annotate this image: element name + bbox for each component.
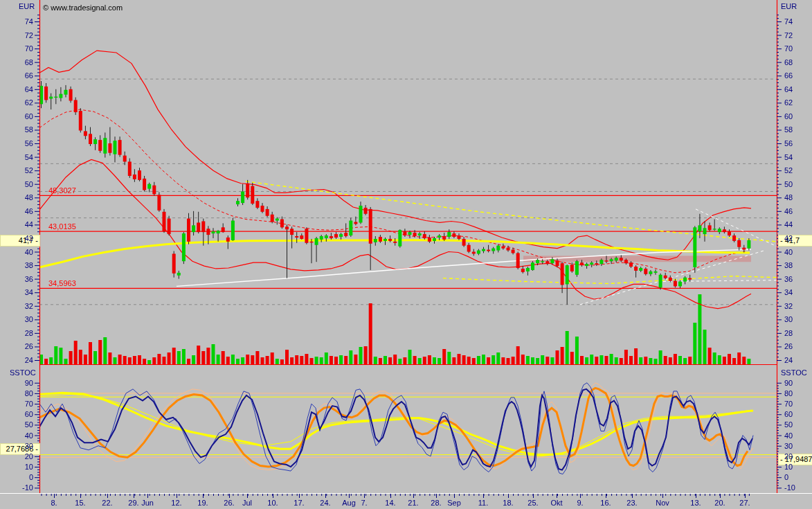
price-tick-label-left: 60 — [0, 112, 33, 120]
sstoc-tick-label-right: 90 — [784, 379, 793, 387]
date-tick-label: 7. — [356, 499, 372, 507]
price-tick-label-right: 36 — [784, 275, 793, 283]
date-tick-label: 10. — [264, 499, 281, 507]
date-tick-label: 28. — [428, 499, 444, 507]
price-tick-label-right: 32 — [784, 302, 793, 310]
sstoc-tick-label-right: 10 — [784, 463, 793, 471]
date-tick-label: 24. — [317, 499, 334, 507]
sstoc-tick-label-right: 70 — [784, 400, 793, 408]
price-tick-label-left: 34 — [0, 288, 33, 296]
price-tick-label-left: 32 — [0, 302, 33, 310]
price-tick-label-left: 62 — [0, 98, 33, 107]
price-tick-label-left: 70 — [0, 44, 33, 53]
price-tick-label-right: 26 — [784, 342, 793, 350]
price-tick-label-right: 64 — [784, 85, 793, 93]
date-tick-label: Sep — [446, 499, 462, 507]
hline-label-1: 48,3027 — [48, 186, 76, 195]
date-tick-label: 18. — [500, 499, 516, 507]
sstoc-tick-label-left: 40 — [0, 431, 33, 440]
chart-canvas[interactable] — [0, 0, 812, 509]
price-tick-label-left: 26 — [0, 342, 33, 350]
sstoc-label-right: SSTOC — [781, 368, 807, 377]
date-tick-label: Nov — [654, 499, 671, 507]
price-tick-label-left: 46 — [0, 207, 33, 215]
price-tick-label-left: 56 — [0, 139, 33, 148]
price-tick-label-left: 30 — [0, 315, 33, 323]
sstoc-tick-label-right: 50 — [784, 420, 793, 429]
date-tick-label: 16. — [597, 499, 614, 507]
price-tick-label-right: 52 — [784, 166, 793, 175]
price-tick-label-right: 46 — [784, 207, 793, 215]
price-tick-label-right: 30 — [784, 315, 793, 323]
price-tick-label-right: 44 — [784, 220, 793, 229]
price-tick-label-right: 48 — [784, 193, 793, 202]
last-price-tag-right: - 41,7 — [778, 235, 812, 247]
price-tick-label-left: 66 — [0, 71, 33, 80]
price-tick-label-right: 56 — [784, 139, 793, 148]
price-tick-label-right: 58 — [784, 125, 793, 134]
copyright-label: © www.tradesignal.com — [43, 3, 123, 12]
currency-label-right: EUR — [781, 2, 797, 10]
sstoc-tick-label-right: 20 — [784, 452, 793, 461]
sstoc-tick-label-right: 60 — [784, 410, 793, 418]
sstoc-tick-label-left: 50 — [0, 420, 33, 429]
price-tick-label-right: 50 — [784, 180, 793, 188]
sstoc-tick-label-left: 60 — [0, 410, 33, 418]
date-tick-label: 15. — [72, 499, 89, 507]
price-tick-label-left: 72 — [0, 31, 33, 39]
hline-label-2: 43,0135 — [48, 222, 76, 231]
date-tick-label: 13. — [687, 499, 704, 507]
price-tick-label-left: 54 — [0, 153, 33, 161]
price-tick-label-left: 58 — [0, 125, 33, 134]
sstoc-tick-label-left: 90 — [0, 379, 33, 387]
date-tick-label: Jun — [139, 499, 156, 507]
date-tick-label: 23. — [624, 499, 640, 507]
date-tick-label: 26. — [221, 499, 237, 507]
price-tick-label-right: 40 — [784, 248, 793, 256]
sstoc-label-left: SSTOC — [10, 368, 36, 377]
price-tick-label-right: 54 — [784, 153, 793, 161]
price-tick-label-left: 38 — [0, 261, 33, 269]
price-tick-label-left: 74 — [0, 17, 33, 26]
date-tick-label: Okt — [548, 499, 565, 507]
price-tick-label-left: 42 — [0, 234, 33, 242]
price-tick-label-left: 48 — [0, 193, 33, 202]
price-tick-label-left: 36 — [0, 275, 33, 283]
date-tick-label: Aug — [341, 499, 357, 507]
date-tick-label: 8. — [46, 499, 62, 507]
date-tick-label: 25. — [525, 499, 541, 507]
sstoc-tick-label-right: 30 — [784, 442, 793, 450]
date-tick-label: 11. — [475, 499, 491, 507]
price-tick-label-right: 38 — [784, 261, 793, 269]
price-tick-label-right: 28 — [784, 329, 793, 337]
price-tick-label-right: 70 — [784, 44, 793, 53]
price-tick-label-left: 40 — [0, 248, 33, 256]
date-tick-label: 19. — [195, 499, 211, 507]
price-tick-label-right: 66 — [784, 71, 793, 80]
price-tick-label-right: 72 — [784, 31, 793, 39]
date-tick-label: 22. — [99, 499, 116, 507]
price-tick-label-left: 28 — [0, 329, 33, 337]
sstoc-tick-label-left: 20 — [0, 452, 33, 461]
price-tick-label-right: 42 — [784, 234, 793, 242]
price-tick-label-left: 68 — [0, 58, 33, 66]
price-tick-label-left: 44 — [0, 220, 33, 229]
date-tick-label: Jul — [239, 499, 255, 507]
price-tick-label-left: 24 — [0, 356, 33, 364]
price-tick-label-right: 60 — [784, 112, 793, 120]
sstoc-tick-label-right: 40 — [784, 431, 793, 440]
date-tick-label: 17. — [291, 499, 307, 507]
trading-chart-window: EUR EUR © www.tradesignal.com 48,3027 43… — [0, 0, 812, 509]
sstoc-tick-label-right: 0 — [784, 473, 788, 481]
date-tick-label: 9. — [572, 499, 588, 507]
price-tick-label-right: 74 — [784, 17, 793, 26]
price-tick-label-right: 24 — [784, 356, 793, 364]
price-tick-label-right: 34 — [784, 288, 793, 296]
date-tick-label: 27. — [737, 499, 753, 507]
sstoc-tick-label-right: 80 — [784, 389, 793, 398]
sstoc-tick-label-left: 80 — [0, 389, 33, 398]
date-tick-label: 20. — [712, 499, 728, 507]
sstoc-tick-label-right: -10 — [784, 483, 795, 492]
price-tick-label-left: 50 — [0, 180, 33, 188]
sstoc-tick-label-left: -10 — [0, 483, 33, 492]
